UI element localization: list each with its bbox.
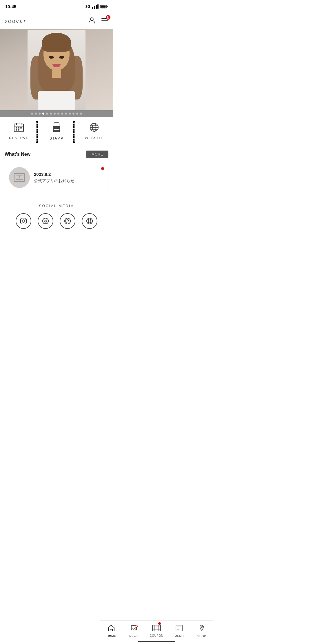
- news-content: 2023.8.2 公式アプリのお知らせ: [34, 172, 104, 184]
- unread-dot: [101, 167, 104, 170]
- website-label: WEBSITE: [85, 136, 104, 140]
- svg-rect-12: [18, 127, 19, 129]
- signal-bars: [92, 4, 99, 9]
- social-media-title: SOCIAL MEDIA: [5, 204, 108, 208]
- instagram-button[interactable]: [16, 213, 31, 229]
- hero-person: [0, 29, 113, 110]
- dot-6[interactable]: [54, 113, 56, 115]
- svg-point-3: [90, 18, 93, 21]
- app-header: saucer N: [0, 13, 113, 29]
- dot-1[interactable]: [35, 113, 37, 115]
- menu-button[interactable]: N: [101, 17, 108, 25]
- reserve-button[interactable]: RESERVE: [0, 117, 38, 146]
- svg-rect-18: [53, 129, 60, 130]
- content-spacer: [0, 234, 113, 263]
- notification-badge: N: [106, 15, 110, 20]
- dot-0[interactable]: [31, 113, 33, 115]
- social-media-section: SOCIAL MEDIA: [0, 197, 113, 234]
- dot-2[interactable]: [39, 113, 41, 115]
- hero-image: [0, 29, 113, 110]
- dot-8[interactable]: [61, 113, 63, 115]
- network-indicator: 3G: [85, 4, 90, 9]
- svg-rect-16: [54, 123, 59, 127]
- svg-point-31: [22, 220, 25, 222]
- section-title: What's New: [5, 152, 30, 157]
- dot-3[interactable]: [42, 113, 44, 115]
- dot-13[interactable]: [80, 113, 82, 115]
- carousel-dots: [0, 110, 113, 117]
- news-date: 2023.8.2: [34, 172, 104, 177]
- news-description: 公式アプリのお知らせ: [34, 178, 104, 184]
- more-button[interactable]: MORE: [86, 151, 108, 158]
- svg-rect-15: [18, 129, 19, 131]
- profile-icon: [88, 17, 96, 24]
- stamp-label: STAMP: [50, 136, 63, 140]
- social-icons-row: [5, 213, 108, 229]
- battery-icon: [100, 5, 108, 8]
- status-icons: 3G: [85, 4, 108, 9]
- stamp-button[interactable]: STAMP: [38, 117, 75, 146]
- news-thumbnail: [9, 167, 30, 188]
- dot-11[interactable]: [72, 113, 74, 115]
- website-button[interactable]: WEBSITE: [75, 117, 113, 146]
- facebook-button[interactable]: [38, 213, 53, 229]
- dot-5[interactable]: [50, 113, 52, 115]
- header-icons: N: [88, 17, 108, 25]
- profile-button[interactable]: [88, 17, 96, 25]
- website-social-button[interactable]: [82, 213, 97, 229]
- dot-10[interactable]: [69, 113, 71, 115]
- reserve-icon: [14, 122, 24, 134]
- dot-4[interactable]: [46, 113, 48, 115]
- svg-rect-30: [21, 218, 26, 224]
- stamp-icon: [52, 122, 61, 135]
- dot-9[interactable]: [65, 113, 67, 115]
- svg-rect-13: [20, 127, 22, 129]
- dot-7[interactable]: [57, 113, 59, 115]
- svg-rect-2: [101, 5, 106, 8]
- svg-rect-17: [53, 126, 60, 129]
- app-logo: saucer: [5, 17, 27, 24]
- dot-12[interactable]: [76, 113, 78, 115]
- svg-rect-11: [16, 127, 17, 129]
- reserve-label: RESERVE: [9, 136, 29, 140]
- svg-rect-26: [16, 175, 19, 178]
- svg-point-32: [25, 219, 25, 220]
- svg-rect-14: [16, 129, 17, 131]
- website-icon: [89, 122, 99, 134]
- svg-point-33: [43, 218, 48, 224]
- whats-new-header: What's New MORE: [0, 146, 113, 160]
- svg-rect-19: [53, 130, 60, 132]
- svg-rect-1: [107, 6, 108, 7]
- news-card-0[interactable]: 2023.8.2 公式アプリのお知らせ: [5, 163, 108, 192]
- action-row: RESERVE STAMP WEBSITE: [0, 117, 113, 146]
- twitter-button[interactable]: [60, 213, 75, 229]
- status-bar: 10:45 3G: [0, 0, 113, 13]
- status-time: 10:45: [5, 4, 16, 9]
